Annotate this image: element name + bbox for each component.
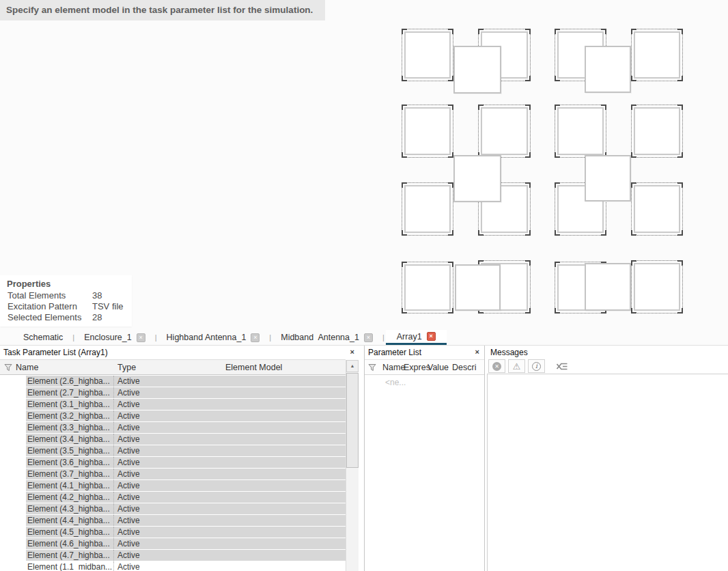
- column-header-element-model[interactable]: Element Model: [225, 362, 282, 374]
- warning-icon: ⚠: [513, 362, 521, 371]
- task-row[interactable]: Element (4.1_highba...Active: [0, 480, 346, 491]
- tab-close-icon[interactable]: ×: [364, 333, 373, 342]
- error-icon: ✕: [492, 362, 501, 371]
- array-element[interactable]: [453, 155, 501, 202]
- warnings-toggle-button[interactable]: ⚠: [508, 359, 525, 373]
- task-row[interactable]: Element (3.7_highba...Active: [0, 469, 346, 479]
- tab-label: Highband Antenna_1: [167, 333, 247, 342]
- task-list-scrollbar[interactable]: ▲: [346, 360, 359, 571]
- column-header-expression[interactable]: Expres: [404, 362, 430, 374]
- task-row[interactable]: Element (3.2_highba...Active: [0, 410, 346, 421]
- row-type: Active: [114, 515, 346, 526]
- task-row[interactable]: Element (2.7_highba...Active: [0, 387, 346, 398]
- element-patch: [634, 185, 680, 233]
- document-tab-bar: Schematic|Enclosure_1×|Highband Antenna_…: [0, 330, 728, 345]
- filter-funnel-icon[interactable]: [368, 363, 376, 372]
- task-row[interactable]: Element (4.3_highba...Active: [0, 503, 346, 514]
- row-name: Element (3.7_highba...: [26, 469, 114, 479]
- tab-label: Schematic: [23, 333, 63, 342]
- array-element-selected[interactable]: [555, 105, 606, 158]
- property-label: Selected Elements: [8, 312, 92, 323]
- array-element[interactable]: [585, 155, 631, 201]
- row-name: Element (4.4_highba...: [26, 515, 114, 526]
- task-row[interactable]: Element (4.5_highba...Active: [0, 527, 346, 538]
- messages-panel-title-bar: Messages: [487, 346, 728, 359]
- array-element-selected[interactable]: [478, 105, 531, 158]
- info-icon: i: [532, 362, 541, 371]
- close-icon[interactable]: ×: [475, 348, 479, 356]
- array-element[interactable]: [585, 46, 631, 93]
- task-row[interactable]: Element (2.6_highba...Active: [0, 376, 346, 387]
- row-type: Active: [114, 538, 346, 549]
- array-element[interactable]: [455, 264, 501, 311]
- messages-content-area[interactable]: [487, 374, 728, 571]
- filter-funnel-icon[interactable]: [4, 363, 12, 372]
- row-name: Element (3.5_highba...: [26, 445, 114, 456]
- row-type: Active: [114, 387, 346, 398]
- row-name: Element (3.4_highba...: [26, 434, 114, 445]
- array-element-selected[interactable]: [402, 182, 453, 236]
- tab-close-icon[interactable]: ×: [251, 333, 260, 342]
- tab-separator: |: [268, 333, 272, 342]
- tab-schematic[interactable]: Schematic: [15, 330, 71, 345]
- task-row[interactable]: Element (3.6_highba...Active: [0, 457, 346, 468]
- task-row[interactable]: Element (3.3_highba...Active: [0, 422, 346, 433]
- tab-enclosure_1[interactable]: Enclosure_1×: [76, 330, 154, 345]
- row-type: Active: [114, 399, 346, 410]
- array-element-selected[interactable]: [631, 260, 683, 314]
- element-patch: [481, 107, 528, 155]
- array-element-selected[interactable]: [631, 29, 683, 81]
- messages-panel-title: Messages: [490, 348, 528, 357]
- errors-toggle-button[interactable]: ✕: [488, 359, 505, 373]
- row-type: Active: [114, 410, 346, 421]
- row-name: Element (3.2_highba...: [26, 410, 114, 421]
- element-patch: [404, 264, 451, 311]
- task-row[interactable]: Element (4.7_highba...Active: [0, 550, 346, 561]
- message-filter-icon[interactable]: [556, 362, 568, 371]
- array-element-selected[interactable]: [402, 105, 453, 158]
- scrollbar-thumb[interactable]: [346, 373, 359, 468]
- array-element[interactable]: [453, 46, 501, 94]
- task-row[interactable]: Element (4.4_highba...Active: [0, 515, 346, 526]
- row-type: Active: [114, 445, 346, 456]
- task-row[interactable]: Element (3.1_highba...Active: [0, 399, 346, 410]
- tab-array1[interactable]: Array1×: [386, 330, 447, 345]
- array-element-selected[interactable]: [631, 182, 683, 236]
- messages-toolbar: ✕ ⚠ i: [488, 359, 568, 374]
- array-element-selected[interactable]: [402, 262, 453, 314]
- column-header-name[interactable]: Name: [16, 362, 38, 374]
- tab-close-icon[interactable]: ×: [137, 333, 145, 342]
- property-row: Selected Elements 28: [0, 312, 132, 323]
- close-icon[interactable]: ×: [350, 348, 354, 356]
- tab-highband-antenna_1[interactable]: Highband Antenna_1×: [158, 330, 268, 345]
- task-row[interactable]: Element (1.1_midban...Active: [0, 561, 346, 571]
- scroll-up-button[interactable]: ▲: [346, 360, 359, 372]
- column-header-type[interactable]: Type: [117, 362, 136, 374]
- param-panel-title-bar: Parameter List ×: [365, 346, 484, 359]
- array-element-selected[interactable]: [402, 29, 453, 81]
- properties-box: Properties Total Elements 38 Excitation …: [0, 275, 132, 326]
- column-header-value[interactable]: Value: [428, 362, 449, 374]
- task-row[interactable]: Element (4.6_highba...Active: [0, 538, 346, 549]
- hint-banner: Specify an element model in the task par…: [0, 0, 325, 20]
- tab-close-icon[interactable]: ×: [427, 332, 436, 341]
- new-parameter-placeholder[interactable]: <ne...: [385, 378, 406, 387]
- task-table-header[interactable]: Name Type Element Model: [0, 359, 346, 375]
- param-panel-title: Parameter List: [368, 348, 421, 357]
- task-row[interactable]: Element (4.2_highba...Active: [0, 492, 346, 503]
- param-table-header[interactable]: Name Expres Value Descri: [365, 359, 484, 375]
- column-header-description[interactable]: Descri: [452, 362, 476, 374]
- tab-midband-antenna_1[interactable]: Midband Antenna_1×: [272, 330, 381, 345]
- array-element[interactable]: [585, 263, 631, 311]
- task-row[interactable]: Element (3.4_highba...Active: [0, 434, 346, 445]
- info-toggle-button[interactable]: i: [528, 359, 545, 373]
- array-element-selected[interactable]: [631, 105, 683, 158]
- property-label: Total Elements: [8, 290, 92, 301]
- property-row: Total Elements 38: [0, 290, 132, 301]
- task-row[interactable]: Element (3.5_highba...Active: [0, 445, 346, 456]
- tab-separator: |: [154, 333, 158, 342]
- row-name: Element (4.3_highba...: [26, 503, 114, 514]
- task-parameter-list-panel: Task Parameter List (Array1) × Name Type…: [0, 346, 359, 571]
- row-type: Active: [114, 550, 346, 561]
- column-header-name[interactable]: Name: [382, 362, 405, 374]
